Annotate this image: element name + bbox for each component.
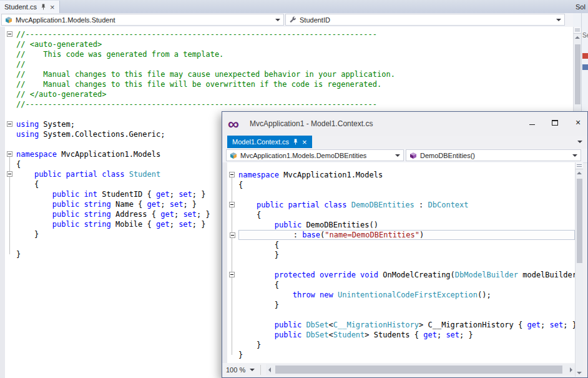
code-text: {	[238, 281, 279, 289]
outline-collapse-box[interactable]	[7, 171, 12, 177]
vertical-scrollbar[interactable]	[575, 162, 583, 377]
code-line	[238, 190, 575, 200]
code-line: namespace MvcApplication1.Models	[238, 170, 575, 180]
zoom-value: 100 %	[226, 366, 245, 374]
scroll-right-icon[interactable]	[567, 364, 575, 375]
outline-collapse-box[interactable]	[229, 272, 235, 277]
outline-collapse-box[interactable]	[230, 232, 235, 238]
scrollbar-thumb[interactable]	[575, 44, 581, 104]
code-text: //--------------------------------------…	[16, 100, 377, 109]
scroll-down-icon[interactable]	[576, 369, 583, 377]
class-icon	[230, 152, 237, 159]
floating-tab-bar: Model1.Context.cs ×	[222, 136, 587, 149]
code-line: }	[238, 340, 575, 350]
code-text: namespace MvcApplication1.Models	[16, 150, 160, 159]
code-line: throw new UnintentionalCodeFirstExceptio…	[238, 290, 575, 300]
scroll-left-icon[interactable]	[266, 364, 273, 375]
code-line: }	[238, 350, 575, 360]
panel-icon[interactable]	[582, 53, 588, 59]
close-icon[interactable]: ×	[50, 3, 55, 11]
code-line: {	[238, 240, 575, 250]
code-line: // Manual changes to this file may cause…	[16, 69, 573, 79]
scrollbar-thumb[interactable]	[577, 179, 582, 263]
code-text: public partial class DemoDBEntities : Db…	[238, 201, 469, 209]
scrollbar-thumb[interactable]	[275, 366, 562, 374]
code-text: //--------------------------------------…	[16, 30, 377, 39]
panel-icon[interactable]	[582, 64, 588, 70]
code-text: using System.Collections.Generic;	[16, 130, 165, 139]
code-line: }	[238, 250, 575, 260]
code-line: public partial class DemoDBEntities : Db…	[238, 200, 575, 210]
code-text: {	[238, 211, 261, 219]
dropdown-value: MvcApplication1.Models.DemoDBEntities	[240, 152, 366, 159]
code-line: //	[16, 59, 573, 69]
type-dropdown[interactable]: MvcApplication1.Models.Student	[1, 14, 284, 26]
outline-collapse-box[interactable]	[7, 31, 12, 37]
tab-list-dropdown-icon[interactable]	[577, 141, 582, 143]
code-line	[238, 310, 575, 320]
vs-logo-icon: ∞	[228, 112, 239, 135]
code-line: //--------------------------------------…	[16, 29, 573, 39]
member-dropdown[interactable]: StudentID	[285, 14, 565, 26]
pin-icon[interactable]	[41, 3, 46, 11]
outline-collapse-box[interactable]	[229, 202, 235, 207]
tab-label: Model1.Context.cs	[232, 138, 289, 146]
code-editor-context[interactable]: namespace MvcApplication1.Models{ public…	[222, 162, 575, 363]
code-line: }	[238, 300, 575, 310]
code-text: : base("name=DemoDBEntities")	[239, 231, 424, 239]
code-text: public DbSet<Student> Students { get; se…	[238, 331, 473, 339]
code-text: public DemoDBEntities()	[238, 221, 378, 229]
dropdown-value: DemoDBEntities()	[420, 152, 475, 159]
code-line: // </auto-generated>	[16, 89, 573, 99]
tab-student-cs[interactable]: Student.cs ×	[0, 1, 60, 13]
outline-collapse-box[interactable]	[7, 121, 12, 127]
pin-icon[interactable]	[293, 138, 298, 146]
code-line: {	[238, 180, 575, 190]
window-titlebar[interactable]: ∞ MvcApplication1 - Model1.Context.cs ×	[222, 112, 587, 136]
floating-code-window: ∞ MvcApplication1 - Model1.Context.cs × …	[222, 111, 588, 378]
property-wrench-icon	[289, 16, 296, 24]
code-text: // Manual changes to this file will be o…	[16, 80, 381, 89]
code-text: }	[16, 230, 39, 239]
code-text: }	[238, 301, 279, 309]
chevron-down-icon	[275, 19, 280, 21]
code-text: public string Address { get; set; }	[16, 210, 210, 219]
tab-solution-explorer[interactable]: Sol ×	[574, 1, 588, 13]
close-button[interactable]: ×	[574, 118, 582, 127]
outline-collapse-box[interactable]	[229, 172, 235, 177]
tab-label: Sol	[576, 3, 586, 11]
type-dropdown[interactable]: MvcApplication1.Models.DemoDBEntities	[226, 149, 404, 161]
editor-navigation-bar: MvcApplication1.Models.DemoDBEntities De…	[222, 149, 587, 163]
chevron-down-icon	[556, 19, 561, 21]
scroll-up-icon[interactable]	[576, 169, 583, 177]
horizontal-scrollbar[interactable]	[266, 364, 575, 375]
code-area[interactable]: namespace MvcApplication1.Models{ public…	[238, 170, 575, 360]
code-text: // Manual changes to this file may cause…	[16, 70, 395, 79]
outline-collapse-box[interactable]	[7, 151, 12, 157]
member-dropdown[interactable]: DemoDBEntities()	[406, 149, 581, 161]
code-line: public DbSet<Student> Students { get; se…	[238, 330, 575, 340]
close-icon[interactable]: ×	[302, 138, 307, 146]
code-line: public DemoDBEntities()	[238, 220, 575, 230]
code-line	[238, 260, 575, 270]
code-text: using System;	[16, 120, 75, 129]
code-text: // <auto-generated>	[16, 40, 102, 49]
code-line: // This code was generated from a templa…	[16, 49, 573, 59]
scroll-up-icon[interactable]	[574, 33, 581, 41]
code-text: {	[16, 160, 21, 169]
code-line: : base("name=DemoDBEntities")	[238, 230, 575, 240]
minimize-button[interactable]	[527, 118, 536, 127]
code-text: public DbSet<C__MigrationHistory> C__Mig…	[238, 321, 575, 329]
dropdown-value: StudentID	[300, 16, 330, 24]
tab-model1-context-cs[interactable]: Model1.Context.cs ×	[227, 136, 312, 148]
code-text: namespace MvcApplication1.Models	[238, 171, 383, 179]
method-icon	[409, 152, 417, 159]
code-text: public partial class Student	[16, 170, 160, 179]
code-text: public int StudentID { get; set; }	[16, 190, 206, 199]
chevron-down-icon	[572, 154, 577, 157]
code-line: // Manual changes to this file will be o…	[16, 79, 573, 89]
zoom-dropdown[interactable]: 100 %	[226, 365, 261, 375]
dropdown-value: MvcApplication1.Models.Student	[16, 16, 115, 24]
code-text: }	[238, 251, 279, 259]
maximize-button[interactable]	[551, 118, 559, 127]
